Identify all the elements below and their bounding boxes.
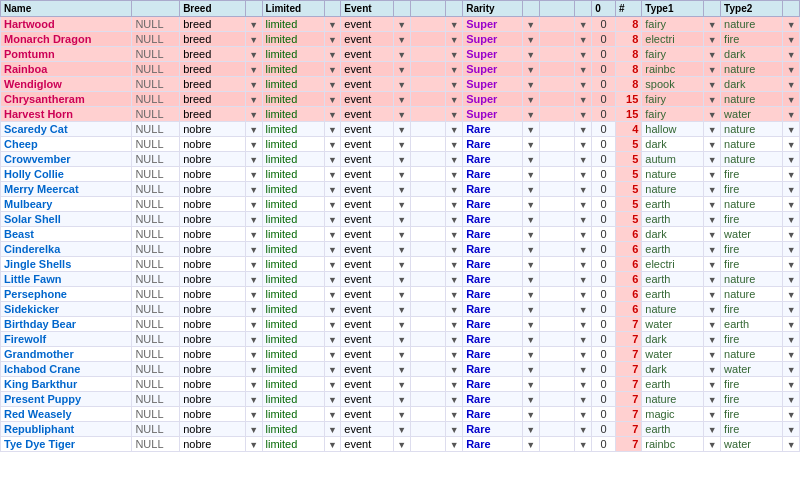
- cell-blank1-arrow[interactable]: ▼: [446, 122, 463, 137]
- cell-event-arrow[interactable]: ▼: [393, 422, 410, 437]
- cell-type2-arrow[interactable]: ▼: [783, 377, 800, 392]
- cell-limited-arrow[interactable]: ▼: [324, 392, 341, 407]
- cell-blank1-arrow[interactable]: ▼: [446, 137, 463, 152]
- cell-rarity-arrow[interactable]: ▼: [522, 242, 539, 257]
- cell-type1-arrow[interactable]: ▼: [704, 107, 721, 122]
- cell-type2-arrow[interactable]: ▼: [783, 272, 800, 287]
- cell-event-arrow[interactable]: ▼: [393, 62, 410, 77]
- cell-type2-arrow[interactable]: ▼: [783, 287, 800, 302]
- cell-event-arrow[interactable]: ▼: [393, 47, 410, 62]
- cell-rarity-arrow[interactable]: ▼: [522, 362, 539, 377]
- cell-limited-arrow[interactable]: ▼: [324, 62, 341, 77]
- cell-blank1-arrow[interactable]: ▼: [446, 212, 463, 227]
- cell-event-arrow[interactable]: ▼: [393, 152, 410, 167]
- cell-type2-arrow[interactable]: ▼: [783, 107, 800, 122]
- cell-event-arrow[interactable]: ▼: [393, 122, 410, 137]
- cell-blank1-arrow[interactable]: ▼: [446, 182, 463, 197]
- cell-limited-arrow[interactable]: ▼: [324, 197, 341, 212]
- cell-event-arrow[interactable]: ▼: [393, 332, 410, 347]
- cell-type2-arrow[interactable]: ▼: [783, 137, 800, 152]
- cell-breed-arrow[interactable]: ▼: [245, 272, 262, 287]
- cell-blank2-arrow[interactable]: ▼: [575, 152, 592, 167]
- cell-type1-arrow[interactable]: ▼: [704, 422, 721, 437]
- cell-rarity-arrow[interactable]: ▼: [522, 212, 539, 227]
- cell-breed-arrow[interactable]: ▼: [245, 77, 262, 92]
- cell-rarity-arrow[interactable]: ▼: [522, 77, 539, 92]
- cell-blank2-arrow[interactable]: ▼: [575, 167, 592, 182]
- cell-breed-arrow[interactable]: ▼: [245, 422, 262, 437]
- cell-type2-arrow[interactable]: ▼: [783, 167, 800, 182]
- cell-blank1-arrow[interactable]: ▼: [446, 77, 463, 92]
- cell-blank2-arrow[interactable]: ▼: [575, 122, 592, 137]
- cell-limited-arrow[interactable]: ▼: [324, 137, 341, 152]
- cell-type2-arrow[interactable]: ▼: [783, 212, 800, 227]
- cell-event-arrow[interactable]: ▼: [393, 437, 410, 452]
- cell-type2-arrow[interactable]: ▼: [783, 77, 800, 92]
- cell-event-arrow[interactable]: ▼: [393, 287, 410, 302]
- cell-breed-arrow[interactable]: ▼: [245, 242, 262, 257]
- cell-blank2-arrow[interactable]: ▼: [575, 422, 592, 437]
- cell-rarity-arrow[interactable]: ▼: [522, 182, 539, 197]
- cell-limited-arrow[interactable]: ▼: [324, 332, 341, 347]
- cell-limited-arrow[interactable]: ▼: [324, 92, 341, 107]
- cell-breed-arrow[interactable]: ▼: [245, 92, 262, 107]
- cell-type1-arrow[interactable]: ▼: [704, 392, 721, 407]
- cell-limited-arrow[interactable]: ▼: [324, 422, 341, 437]
- cell-type2-arrow[interactable]: ▼: [783, 92, 800, 107]
- cell-breed-arrow[interactable]: ▼: [245, 122, 262, 137]
- cell-rarity-arrow[interactable]: ▼: [522, 437, 539, 452]
- cell-type2-arrow[interactable]: ▼: [783, 32, 800, 47]
- cell-rarity-arrow[interactable]: ▼: [522, 137, 539, 152]
- cell-event-arrow[interactable]: ▼: [393, 257, 410, 272]
- cell-blank2-arrow[interactable]: ▼: [575, 347, 592, 362]
- cell-blank1-arrow[interactable]: ▼: [446, 377, 463, 392]
- cell-type1-arrow[interactable]: ▼: [704, 347, 721, 362]
- cell-rarity-arrow[interactable]: ▼: [522, 317, 539, 332]
- cell-blank1-arrow[interactable]: ▼: [446, 227, 463, 242]
- cell-type2-arrow[interactable]: ▼: [783, 47, 800, 62]
- cell-blank2-arrow[interactable]: ▼: [575, 272, 592, 287]
- cell-blank2-arrow[interactable]: ▼: [575, 302, 592, 317]
- cell-blank1-arrow[interactable]: ▼: [446, 32, 463, 47]
- cell-blank1-arrow[interactable]: ▼: [446, 107, 463, 122]
- cell-blank1-arrow[interactable]: ▼: [446, 392, 463, 407]
- cell-blank2-arrow[interactable]: ▼: [575, 197, 592, 212]
- cell-type1-arrow[interactable]: ▼: [704, 152, 721, 167]
- cell-blank2-arrow[interactable]: ▼: [575, 242, 592, 257]
- cell-breed-arrow[interactable]: ▼: [245, 182, 262, 197]
- cell-blank2-arrow[interactable]: ▼: [575, 32, 592, 47]
- cell-type1-arrow[interactable]: ▼: [704, 317, 721, 332]
- cell-breed-arrow[interactable]: ▼: [245, 392, 262, 407]
- cell-limited-arrow[interactable]: ▼: [324, 407, 341, 422]
- cell-type2-arrow[interactable]: ▼: [783, 437, 800, 452]
- cell-blank1-arrow[interactable]: ▼: [446, 302, 463, 317]
- cell-blank2-arrow[interactable]: ▼: [575, 227, 592, 242]
- cell-blank1-arrow[interactable]: ▼: [446, 332, 463, 347]
- cell-blank1-arrow[interactable]: ▼: [446, 152, 463, 167]
- cell-type2-arrow[interactable]: ▼: [783, 422, 800, 437]
- cell-breed-arrow[interactable]: ▼: [245, 317, 262, 332]
- cell-limited-arrow[interactable]: ▼: [324, 362, 341, 377]
- cell-event-arrow[interactable]: ▼: [393, 77, 410, 92]
- cell-type1-arrow[interactable]: ▼: [704, 362, 721, 377]
- cell-rarity-arrow[interactable]: ▼: [522, 302, 539, 317]
- cell-rarity-arrow[interactable]: ▼: [522, 197, 539, 212]
- cell-breed-arrow[interactable]: ▼: [245, 287, 262, 302]
- cell-rarity-arrow[interactable]: ▼: [522, 227, 539, 242]
- cell-event-arrow[interactable]: ▼: [393, 347, 410, 362]
- cell-limited-arrow[interactable]: ▼: [324, 317, 341, 332]
- cell-type2-arrow[interactable]: ▼: [783, 392, 800, 407]
- cell-type2-arrow[interactable]: ▼: [783, 182, 800, 197]
- cell-event-arrow[interactable]: ▼: [393, 317, 410, 332]
- cell-blank1-arrow[interactable]: ▼: [446, 317, 463, 332]
- table-container[interactable]: Name Breed Limited Event Rarity 0 # Type…: [0, 0, 800, 500]
- cell-event-arrow[interactable]: ▼: [393, 212, 410, 227]
- cell-breed-arrow[interactable]: ▼: [245, 167, 262, 182]
- cell-breed-arrow[interactable]: ▼: [245, 32, 262, 47]
- cell-breed-arrow[interactable]: ▼: [245, 407, 262, 422]
- cell-rarity-arrow[interactable]: ▼: [522, 167, 539, 182]
- cell-blank2-arrow[interactable]: ▼: [575, 212, 592, 227]
- cell-breed-arrow[interactable]: ▼: [245, 137, 262, 152]
- cell-type1-arrow[interactable]: ▼: [704, 92, 721, 107]
- cell-type2-arrow[interactable]: ▼: [783, 302, 800, 317]
